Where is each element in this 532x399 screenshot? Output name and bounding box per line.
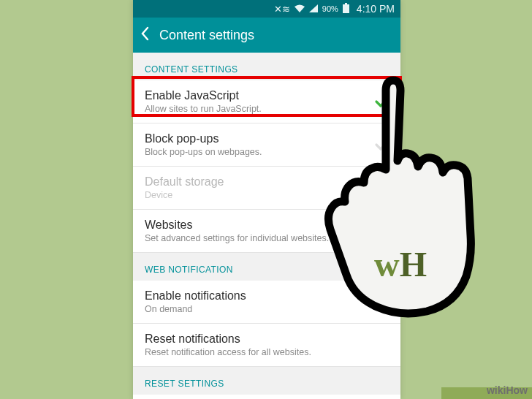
battery-percent: 90% bbox=[322, 4, 338, 13]
item-enable-javascript[interactable]: Enable JavaScript Allow sites to run Jav… bbox=[133, 80, 400, 123]
item-subtitle: Allow sites to run JavaScript. bbox=[145, 104, 389, 114]
header-bar: Content settings bbox=[133, 18, 400, 53]
item-subtitle: Reset notification access for all websit… bbox=[145, 347, 389, 357]
item-default-storage: Default storage Device bbox=[133, 167, 400, 210]
item-title: Block pop-ups bbox=[145, 132, 389, 145]
svg-rect-0 bbox=[345, 3, 347, 4]
check-icon[interactable] bbox=[374, 137, 390, 153]
battery-icon bbox=[343, 3, 349, 15]
section-header-web-notification: WEB NOTIFICATION bbox=[133, 253, 400, 281]
back-icon[interactable] bbox=[140, 26, 149, 44]
vibrate-icon: ✕≋ bbox=[274, 4, 290, 15]
item-subtitle: Device bbox=[145, 190, 389, 200]
check-icon[interactable] bbox=[374, 94, 390, 110]
header-title: Content settings bbox=[159, 28, 254, 43]
item-subtitle: On demand bbox=[145, 304, 389, 314]
item-title: Enable notifications bbox=[145, 289, 389, 303]
item-enable-notifications[interactable]: Enable notifications On demand bbox=[133, 281, 400, 324]
phone-frame: ✕≋ 90% 4:10 PM Content settings CONTENT … bbox=[133, 0, 400, 399]
svg-rect-1 bbox=[343, 4, 349, 13]
item-websites[interactable]: Websites Set advanced settings for indiv… bbox=[133, 210, 400, 253]
item-reset-settings[interactable]: Reset settings bbox=[133, 395, 400, 399]
signal-icon bbox=[309, 4, 318, 15]
status-time: 4:10 PM bbox=[357, 3, 395, 15]
item-title: Enable JavaScript bbox=[145, 89, 389, 102]
item-subtitle: Block pop-ups on webpages. bbox=[145, 147, 389, 157]
section-header-reset: RESET SETTINGS bbox=[133, 367, 400, 395]
item-block-popups[interactable]: Block pop-ups Block pop-ups on webpages. bbox=[133, 123, 400, 167]
item-subtitle: Set advanced settings for individual web… bbox=[145, 233, 389, 243]
wifi-icon bbox=[294, 4, 305, 15]
item-title: Reset notifications bbox=[145, 332, 389, 346]
section-header-content: CONTENT SETTINGS bbox=[133, 53, 400, 80]
watermark: wikiHow bbox=[487, 384, 528, 396]
status-bar: ✕≋ 90% 4:10 PM bbox=[133, 0, 400, 18]
item-title: Websites bbox=[145, 218, 389, 232]
item-reset-notifications[interactable]: Reset notifications Reset notification a… bbox=[133, 324, 400, 367]
item-title: Default storage bbox=[145, 175, 389, 189]
